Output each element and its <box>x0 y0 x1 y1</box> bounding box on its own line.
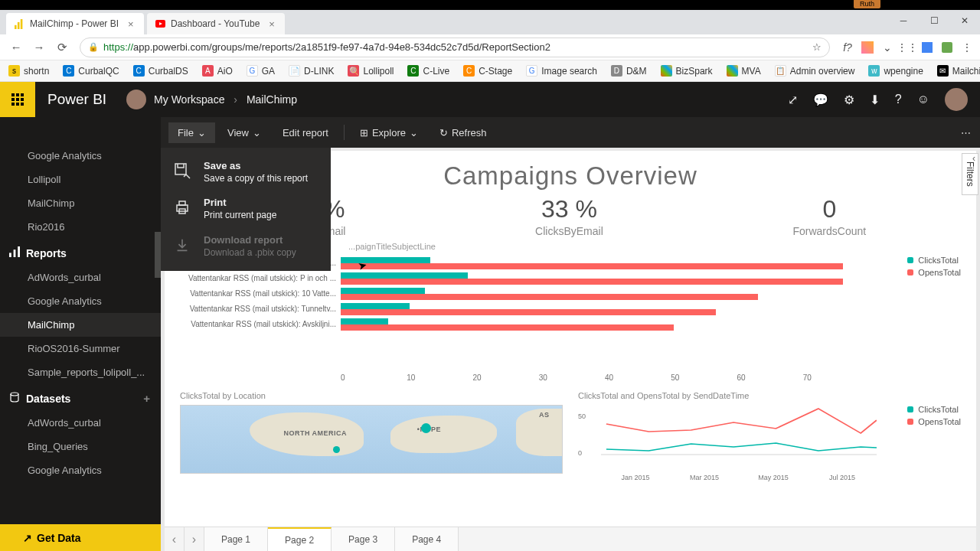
workspace-avatar <box>126 90 146 109</box>
svg-rect-15 <box>18 246 20 257</box>
bookmark-item[interactable]: sshortn <box>5 63 53 79</box>
bookmark-item[interactable]: DD&M <box>607 63 651 79</box>
forward-button[interactable]: → <box>28 36 51 59</box>
more-options-button[interactable]: ⋯ <box>961 127 971 139</box>
chrome-menu-button[interactable]: ⋮ <box>959 39 975 56</box>
window-close-button[interactable]: ✕ <box>949 10 980 31</box>
bookmark-item[interactable]: 🍭Lollipoll <box>344 63 397 79</box>
powerbi-header: Power BI My Workspace › MailChimp ⤢ 💬 ⚙ … <box>0 82 980 117</box>
bookmark-item[interactable]: ✉Mailchimp <box>933 63 980 79</box>
tab-strip: MailChimp - Power BI × Dashboard - YouTu… <box>0 10 980 34</box>
sidebar-report-item[interactable]: Google Analytics <box>0 289 161 313</box>
browser-tab-powerbi[interactable]: MailChimp - Power BI × <box>6 13 144 34</box>
app-launcher-button[interactable] <box>0 82 35 117</box>
sidebar-report-item[interactable]: Sample_reports_lolipoll_... <box>0 360 161 384</box>
sidebar-report-item[interactable]: AdWords_curbal <box>0 266 161 289</box>
breadcrumb: My Workspace › MailChimp <box>154 93 297 106</box>
page-next-button[interactable]: › <box>185 527 204 551</box>
bookmark-item[interactable]: GImage search <box>522 63 601 79</box>
page-prev-button[interactable]: ‹ <box>165 527 185 551</box>
bookmark-item[interactable]: AAiO <box>198 63 237 79</box>
url-input[interactable]: 🔒 https://app.powerbi.com/groups/me/repo… <box>80 37 830 57</box>
page-tab[interactable]: Page 3 <box>332 527 395 551</box>
file-dropdown-menu: Save as Save a copy of this report Print… <box>161 148 331 271</box>
browser-chrome: MailChimp - Power BI × Dashboard - YouTu… <box>0 10 980 82</box>
reload-button[interactable]: ⟳ <box>51 36 74 59</box>
smile-icon[interactable]: ☺ <box>917 93 929 106</box>
sidebar-datasets-header[interactable]: Datasets + <box>0 384 161 411</box>
bookmark-item[interactable]: CC-Stage <box>459 63 516 79</box>
save-as-menu-item[interactable]: Save as Save a copy of this report <box>161 154 331 191</box>
filters-collapse-icon[interactable]: ‹ <box>972 153 975 164</box>
download-icon[interactable]: ⬇ <box>870 93 880 107</box>
bookmark-item[interactable]: wwpengine <box>864 63 926 79</box>
view-menu-button[interactable]: View ⌄ <box>218 122 270 143</box>
chevron-down-icon: ⌄ <box>198 127 206 139</box>
bar-chart-icon <box>9 246 20 259</box>
chevron-down-icon: ⌄ <box>410 127 418 139</box>
map-visual[interactable]: ClicksTotal by Location NORTH AMERICA •R… <box>180 391 563 481</box>
bookmark-item[interactable]: 📄D-LINK <box>285 63 338 79</box>
svg-point-16 <box>11 393 18 396</box>
print-menu-item[interactable]: Print Print current page <box>161 191 331 227</box>
window-maximize-button[interactable]: ☐ <box>919 10 949 31</box>
svg-rect-10 <box>11 103 15 106</box>
edit-report-button[interactable]: Edit report <box>273 122 338 143</box>
sidebar-item[interactable]: Google Analytics <box>0 144 161 168</box>
sidebar-item[interactable]: Lollipoll <box>0 168 161 191</box>
sidebar-dataset-item[interactable]: Bing_Queries <box>0 435 161 458</box>
ext-icon-4[interactable] <box>939 39 956 56</box>
svg-rect-6 <box>21 93 24 96</box>
bookmark-item[interactable]: GGA <box>243 63 279 79</box>
window-minimize-button[interactable]: ─ <box>888 10 919 31</box>
sidebar-item[interactable]: MailChimp <box>0 191 161 215</box>
bookmark-item[interactable]: CC-Live <box>403 63 453 79</box>
sidebar-dataset-item[interactable]: Google Analytics <box>0 458 161 482</box>
bookmark-star-icon[interactable]: ☆ <box>812 41 822 53</box>
settings-icon[interactable]: ⚙ <box>844 93 854 107</box>
explore-button[interactable]: ⊞ Explore ⌄ <box>351 122 427 143</box>
sidebar-item[interactable]: Rio2016 <box>0 215 161 239</box>
sidebar-scrollbar[interactable] <box>155 232 161 278</box>
pocket-icon[interactable]: ⌄ <box>879 39 896 56</box>
sidebar-reports-header[interactable]: Reports <box>0 239 161 266</box>
page-tab[interactable]: Page 4 <box>395 527 459 551</box>
ext-icon-1[interactable] <box>859 39 876 56</box>
bookmark-item[interactable]: 📋Admin overview <box>771 63 859 79</box>
kpi-clicks: 33 % ClicksByEmail <box>535 195 603 237</box>
bar-chart-visual[interactable]: Vattentankar RSS (mail utskick): Ár SBR … <box>180 256 961 370</box>
sidebar-report-item[interactable]: RioOS2016-Summer <box>0 337 161 360</box>
tab-close-icon[interactable]: × <box>269 18 275 30</box>
add-dataset-icon[interactable]: + <box>143 392 150 405</box>
ext-icon-2[interactable]: ⋮⋮ <box>899 39 916 56</box>
sidebar-report-item[interactable]: MailChimp <box>0 313 161 337</box>
get-data-button[interactable]: ↗ Get Data <box>0 524 161 551</box>
bookmark-item[interactable]: CCurbalQC <box>59 63 122 79</box>
address-bar: ← → ⟳ 🔒 https://app.powerbi.com/groups/m… <box>0 34 980 60</box>
page-tab[interactable]: Page 1 <box>204 527 268 551</box>
bookmark-item[interactable]: BizSpark <box>657 63 717 79</box>
sidebar-dataset-item[interactable]: AdWords_curbal <box>0 411 161 435</box>
tab-close-icon[interactable]: × <box>128 18 134 30</box>
user-avatar[interactable] <box>945 88 968 111</box>
page-tab[interactable]: Page 2 <box>268 527 332 551</box>
f-question-icon[interactable]: f? <box>839 39 856 56</box>
refresh-button[interactable]: ↻ Refresh <box>430 122 496 143</box>
breadcrumb-report[interactable]: MailChimp <box>247 93 297 106</box>
help-icon[interactable]: ? <box>895 93 902 106</box>
line-chart-visual[interactable]: ClicksTotal and OpensTotal by SendDateTi… <box>578 391 961 481</box>
tab-title: Dashboard - YouTube <box>171 18 260 29</box>
save-as-icon <box>172 160 193 181</box>
file-menu-button[interactable]: File ⌄ <box>168 122 215 143</box>
back-button[interactable]: ← <box>5 36 28 59</box>
ext-icon-3[interactable] <box>919 39 936 56</box>
tab-title: MailChimp - Power BI <box>30 18 119 29</box>
breadcrumb-workspace[interactable]: My Workspace <box>154 93 224 106</box>
bookmark-item[interactable]: MVA <box>723 63 765 79</box>
expand-icon[interactable]: ⤢ <box>788 93 798 107</box>
comment-icon[interactable]: 💬 <box>813 93 828 107</box>
svg-rect-7 <box>11 98 15 101</box>
browser-tab-youtube[interactable]: Dashboard - YouTube × <box>147 13 285 34</box>
filters-pane-toggle[interactable]: Filters <box>962 153 978 195</box>
bookmark-item[interactable]: CCurbalDS <box>129 63 192 79</box>
